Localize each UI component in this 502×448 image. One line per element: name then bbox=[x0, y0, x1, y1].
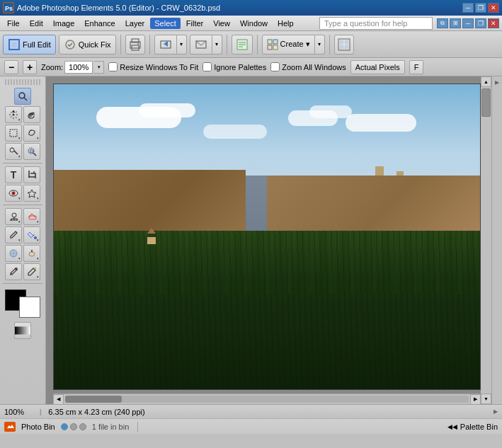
create-dropdown-arrow[interactable]: ▾ bbox=[315, 35, 325, 54]
zoom-input[interactable] bbox=[64, 61, 93, 74]
create-button[interactable]: Create ▾ bbox=[262, 35, 315, 54]
organizer-button[interactable] bbox=[334, 35, 354, 54]
svg-line-22 bbox=[24, 98, 27, 100]
pencil-btn[interactable]: ▾ bbox=[23, 263, 40, 280]
resize-windows-checkbox-wrap: Resize Windows To Fit bbox=[108, 62, 198, 71]
email-dropdown-arrow[interactable]: ▾ bbox=[212, 35, 222, 54]
extra-controls: ⧉ ⊞ ─ ❐ ✕ bbox=[437, 18, 499, 28]
menu-help[interactable]: Help bbox=[273, 18, 298, 29]
zoom-tool-btn[interactable] bbox=[14, 88, 31, 105]
menu-filter[interactable]: Filter bbox=[182, 18, 207, 29]
resize-windows-checkbox[interactable] bbox=[108, 62, 118, 71]
close-button[interactable]: ✕ bbox=[488, 3, 499, 13]
magic-wand-tool-btn[interactable]: ▾ bbox=[5, 143, 22, 160]
vertical-scrollbar[interactable]: ▲ ▼ bbox=[481, 76, 491, 404]
type-tool-btn[interactable]: T bbox=[5, 166, 22, 183]
svg-point-21 bbox=[19, 93, 25, 98]
color-swatches[interactable] bbox=[5, 289, 40, 318]
sub-restore[interactable]: ❐ bbox=[475, 18, 486, 28]
paint-bucket-btn[interactable]: ▾ bbox=[23, 226, 40, 243]
eraser-tool-btn[interactable]: ▾ bbox=[23, 208, 40, 225]
blur-tool-btn[interactable]: ▾ bbox=[5, 245, 22, 262]
email-button[interactable] bbox=[190, 35, 212, 54]
toolbar-separator-4 bbox=[257, 35, 258, 54]
zoom-all-windows-checkbox[interactable] bbox=[270, 62, 280, 71]
eyedropper-btn[interactable] bbox=[5, 263, 22, 280]
scroll-up-button[interactable]: ▲ bbox=[481, 76, 491, 87]
sponge-tool-btn[interactable]: ▾ bbox=[23, 245, 40, 262]
red-eye-tool-btn[interactable]: ▾ bbox=[5, 185, 22, 202]
quick-fix-button[interactable]: Quick Fix bbox=[59, 35, 116, 54]
menu-layer[interactable]: Layer bbox=[121, 18, 149, 29]
cloud-5 bbox=[203, 125, 267, 139]
svg-rect-20 bbox=[345, 45, 348, 49]
svg-point-26 bbox=[10, 148, 14, 152]
minimize-button[interactable]: ─ bbox=[462, 3, 474, 13]
organize-button[interactable] bbox=[232, 35, 253, 54]
fit-button[interactable]: F bbox=[409, 60, 424, 74]
quick-selection-btn[interactable] bbox=[23, 143, 40, 160]
svg-rect-14 bbox=[268, 45, 272, 50]
dot-3[interactable] bbox=[79, 423, 86, 430]
svg-rect-24 bbox=[10, 130, 17, 137]
share-button[interactable] bbox=[154, 35, 177, 54]
menu-select[interactable]: Select bbox=[150, 18, 181, 29]
full-edit-label: Full Edit bbox=[23, 40, 51, 49]
dot-2[interactable] bbox=[70, 423, 77, 430]
zoom-label: Zoom: bbox=[41, 63, 63, 71]
menu-bar: File Edit Image Enhance Layer Select Fil… bbox=[0, 16, 502, 31]
scroll-right-button[interactable]: ▶ bbox=[470, 394, 481, 405]
brush-tool-btn[interactable]: ▾ bbox=[5, 226, 22, 243]
svg-rect-19 bbox=[340, 45, 343, 49]
full-edit-icon bbox=[8, 38, 21, 51]
farmhouse bbox=[147, 237, 156, 244]
float-button[interactable]: ⧉ bbox=[437, 18, 448, 28]
move-tool-btn[interactable]: ▾ bbox=[5, 106, 22, 123]
zoom-dropdown-arrow[interactable]: ▾ bbox=[94, 61, 104, 74]
scroll-thumb-v[interactable] bbox=[481, 88, 491, 117]
scroll-track-h bbox=[65, 396, 469, 403]
full-edit-button[interactable]: Full Edit bbox=[3, 35, 56, 54]
marquee-tool-btn[interactable]: ▾ bbox=[5, 125, 22, 142]
zoom-out-btn[interactable]: − bbox=[4, 60, 18, 74]
share-dropdown-arrow[interactable]: ▾ bbox=[177, 35, 187, 54]
restore-button[interactable]: ❐ bbox=[475, 3, 486, 13]
photo-bin-label[interactable]: Photo Bin bbox=[21, 423, 55, 431]
menu-edit[interactable]: Edit bbox=[25, 18, 47, 29]
help-search-box[interactable]: Type a question for help bbox=[319, 17, 433, 30]
tool-row-5: T bbox=[1, 166, 44, 183]
scroll-down-button[interactable]: ▼ bbox=[481, 394, 491, 404]
menu-window[interactable]: Window bbox=[236, 18, 272, 29]
right-panel: ▶ bbox=[491, 76, 502, 404]
palette-bin-button[interactable]: ◀◀ Palette Bin bbox=[447, 423, 498, 431]
print-button[interactable] bbox=[125, 35, 145, 54]
background-color[interactable] bbox=[19, 297, 40, 318]
menu-enhance[interactable]: Enhance bbox=[80, 18, 119, 29]
dot-1[interactable] bbox=[61, 423, 68, 430]
window-controls[interactable]: ─ ❐ ✕ bbox=[462, 3, 499, 13]
tool-sep-1 bbox=[3, 163, 42, 163]
lasso-tool-btn[interactable]: ▾ bbox=[23, 125, 40, 142]
main-toolbar: Full Edit Quick Fix ▾ ▾ Create ▾ ▾ bbox=[0, 31, 502, 58]
menu-file[interactable]: File bbox=[3, 18, 24, 29]
menu-view[interactable]: View bbox=[209, 18, 234, 29]
cookie-cutter-btn[interactable]: ▾ bbox=[23, 185, 40, 202]
sub-close[interactable]: ✕ bbox=[488, 18, 499, 28]
horizontal-scrollbar[interactable]: ◀ ▶ bbox=[53, 394, 481, 404]
crop-tool-btn[interactable] bbox=[23, 166, 40, 183]
gradient-tool-btn[interactable] bbox=[14, 322, 31, 339]
menu-image[interactable]: Image bbox=[49, 18, 79, 29]
share-button-group: ▾ bbox=[154, 35, 187, 54]
scroll-left-button[interactable]: ◀ bbox=[53, 394, 64, 405]
svg-text:Ps: Ps bbox=[5, 5, 13, 12]
sub-minimize[interactable]: ─ bbox=[462, 18, 474, 28]
status-arrow[interactable]: ▶ bbox=[494, 408, 498, 415]
zoom-in-btn[interactable]: + bbox=[23, 60, 37, 74]
stamp-tool-btn[interactable]: ▾ bbox=[5, 208, 22, 225]
tile-button[interactable]: ⊞ bbox=[450, 18, 461, 28]
actual-pixels-button[interactable]: Actual Pixels bbox=[350, 60, 405, 74]
quick-fix-label: Quick Fix bbox=[79, 40, 111, 49]
ignore-palettes-checkbox[interactable] bbox=[202, 62, 212, 71]
hand-tool-btn[interactable] bbox=[23, 106, 40, 123]
scroll-thumb-h[interactable] bbox=[65, 396, 122, 403]
